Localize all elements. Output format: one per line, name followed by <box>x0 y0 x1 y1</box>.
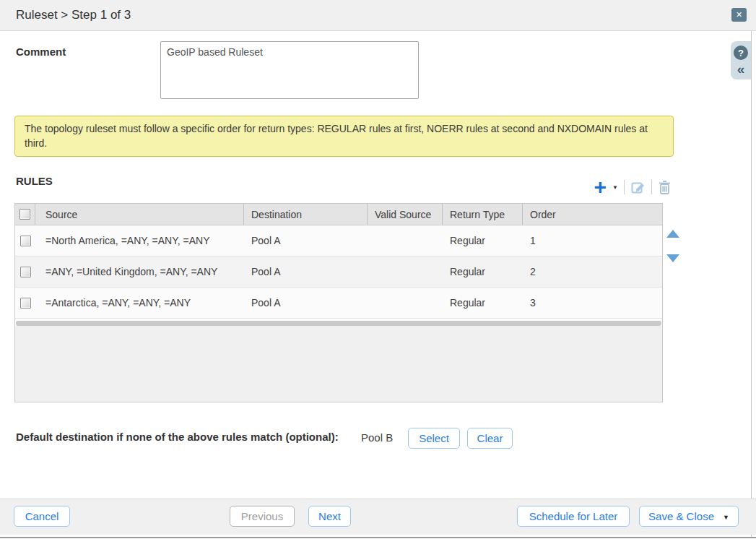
default-destination-label: Default destination if none of the above… <box>16 431 339 443</box>
help-icon[interactable]: ? <box>734 46 748 60</box>
toolbar-divider <box>624 180 625 194</box>
cell-valid-source <box>368 225 443 256</box>
comment-label: Comment <box>16 46 66 58</box>
row-checkbox[interactable] <box>20 267 31 277</box>
cell-order: 1 <box>523 225 662 256</box>
cell-source: =North America, =ANY, =ANY, =ANY <box>35 225 244 256</box>
move-rule-down-icon[interactable] <box>666 254 679 262</box>
row-checkbox[interactable] <box>20 236 31 246</box>
dialog-titlebar: Ruleset > Step 1 of 3 <box>0 0 756 31</box>
schedule-for-later-button[interactable]: Schedule for Later <box>517 506 630 527</box>
dialog-title: Ruleset > Step 1 of 3 <box>16 8 131 22</box>
select-button[interactable]: Select <box>408 428 460 449</box>
cell-destination: Pool A <box>244 288 368 318</box>
window-bottom-edge <box>0 537 756 538</box>
close-icon[interactable]: ✕ <box>731 8 747 22</box>
table-row[interactable]: =Antarctica, =ANY, =ANY, =ANY Pool A Reg… <box>15 288 662 319</box>
row-checkbox-cell <box>15 225 35 256</box>
column-header-return-type[interactable]: Return Type <box>443 204 523 225</box>
previous-button[interactable]: Previous <box>230 506 295 527</box>
delete-rule-icon[interactable] <box>658 180 672 195</box>
table-row[interactable]: =ANY, =United Kingdom, =ANY, =ANY Pool A… <box>15 256 662 288</box>
horizontal-scrollbar[interactable] <box>16 321 661 326</box>
toolbar-divider <box>651 180 652 194</box>
cell-order: 2 <box>523 256 662 287</box>
default-destination-value: Pool B <box>361 431 393 444</box>
next-button[interactable]: Next <box>308 506 351 527</box>
column-header-order[interactable]: Order <box>523 204 662 225</box>
cell-order: 3 <box>523 288 662 318</box>
row-checkbox-cell <box>15 288 35 318</box>
column-header-destination[interactable]: Destination <box>244 204 368 225</box>
rules-table-header: Source Destination Valid Source Return T… <box>15 204 662 225</box>
dialog-footer: Cancel Previous Next Schedule for Later … <box>0 499 756 535</box>
column-header-valid-source[interactable]: Valid Source <box>368 204 443 225</box>
side-help-panel: ? « <box>731 41 751 79</box>
select-all-checkbox[interactable] <box>19 209 30 220</box>
cell-source: =Antarctica, =ANY, =ANY, =ANY <box>35 288 244 318</box>
save-and-close-caret-icon[interactable]: ▼ <box>723 514 729 521</box>
cell-destination: Pool A <box>244 256 368 287</box>
edit-rule-icon[interactable] <box>630 180 646 195</box>
add-rule-dropdown-caret-icon[interactable]: ▼ <box>612 184 618 191</box>
cancel-button[interactable]: Cancel <box>14 506 70 527</box>
move-rule-up-icon[interactable] <box>666 230 679 238</box>
rules-toolbar: + ▼ <box>576 177 672 197</box>
topology-order-notice: The topology ruleset must follow a speci… <box>14 116 674 157</box>
row-checkbox[interactable] <box>20 298 31 309</box>
row-checkbox-cell <box>15 256 35 287</box>
select-all-cell <box>15 204 35 225</box>
cell-return-type: Regular <box>443 256 523 287</box>
rules-section-label: RULES <box>16 175 53 187</box>
column-header-source[interactable]: Source <box>35 204 244 225</box>
collapse-panel-icon[interactable]: « <box>737 63 745 76</box>
cell-destination: Pool A <box>244 225 368 256</box>
cell-valid-source <box>368 288 443 318</box>
cell-return-type: Regular <box>443 225 523 256</box>
table-empty-area <box>15 326 662 402</box>
comment-input[interactable]: GeoIP based Ruleset <box>160 41 419 99</box>
clear-button[interactable]: Clear <box>467 428 513 449</box>
save-and-close-label: Save & Close <box>648 510 714 522</box>
add-rule-icon[interactable]: + <box>594 178 607 197</box>
cell-source: =ANY, =United Kingdom, =ANY, =ANY <box>35 256 244 287</box>
save-and-close-button[interactable]: Save & Close ▼ <box>639 506 739 527</box>
cell-return-type: Regular <box>443 288 523 318</box>
right-edge-divider <box>751 31 752 537</box>
table-row[interactable]: =North America, =ANY, =ANY, =ANY Pool A … <box>15 225 662 256</box>
rules-table: Source Destination Valid Source Return T… <box>14 203 663 402</box>
ruleset-wizard-dialog: Ruleset > Step 1 of 3 ✕ ? « Comment GeoI… <box>0 0 756 539</box>
cell-valid-source <box>368 256 443 287</box>
